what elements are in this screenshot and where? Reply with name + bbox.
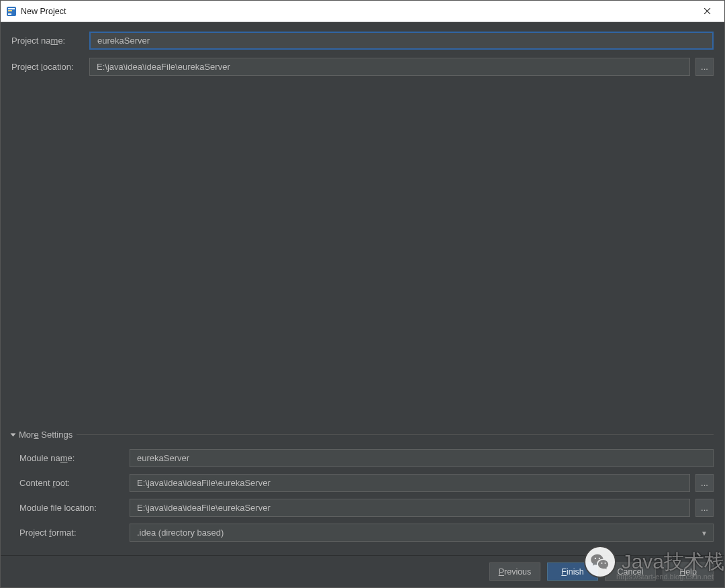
- module-file-location-input[interactable]: E:\java\idea\ideaFile\eurekaServer: [130, 499, 690, 517]
- svg-rect-3: [8, 13, 11, 15]
- spacer: [11, 84, 714, 430]
- window-title: New Project: [21, 7, 692, 16]
- content-root-browse-button[interactable]: ...: [695, 474, 714, 492]
- module-name-label: Module name:: [19, 453, 124, 463]
- module-file-location-label: Module file location:: [19, 503, 124, 513]
- chevron-down-icon: ▼: [701, 529, 708, 536]
- content-root-label: Content root:: [19, 478, 124, 488]
- project-name-label: Project name:: [11, 36, 84, 46]
- new-project-dialog: New Project Project name: eurekaServer P…: [0, 0, 725, 588]
- more-settings-panel: Module name: eurekaServer Content root: …: [11, 449, 714, 548]
- project-location-browse-button[interactable]: ...: [695, 58, 714, 76]
- project-location-label: Project location:: [11, 62, 84, 72]
- more-settings-header[interactable]: More Settings: [11, 430, 714, 440]
- titlebar: New Project: [1, 1, 724, 22]
- svg-rect-1: [8, 8, 15, 9]
- svg-rect-2: [8, 10, 12, 11]
- project-location-input[interactable]: E:\java\idea\ideaFile\eurekaServer: [89, 58, 690, 76]
- divider: [77, 434, 714, 435]
- project-format-label: Project format:: [19, 528, 124, 538]
- button-bar: Previous Finish Cancel Help: [1, 555, 724, 587]
- module-file-location-browse-button[interactable]: ...: [695, 499, 714, 517]
- previous-button[interactable]: Previous: [489, 562, 540, 581]
- finish-button[interactable]: Finish: [547, 562, 598, 581]
- help-button[interactable]: Help: [663, 562, 714, 581]
- dialog-content: Project name: eurekaServer Project locat…: [1, 22, 724, 555]
- cancel-button[interactable]: Cancel: [605, 562, 656, 581]
- app-icon: [6, 6, 17, 17]
- project-name-input[interactable]: eurekaServer: [89, 32, 714, 50]
- chevron-down-icon: [11, 433, 16, 436]
- module-name-input[interactable]: eurekaServer: [130, 449, 714, 467]
- close-button[interactable]: [692, 1, 722, 21]
- content-root-input[interactable]: E:\java\idea\ideaFile\eurekaServer: [130, 474, 690, 492]
- project-format-select[interactable]: .idea (directory based)▼: [130, 524, 714, 542]
